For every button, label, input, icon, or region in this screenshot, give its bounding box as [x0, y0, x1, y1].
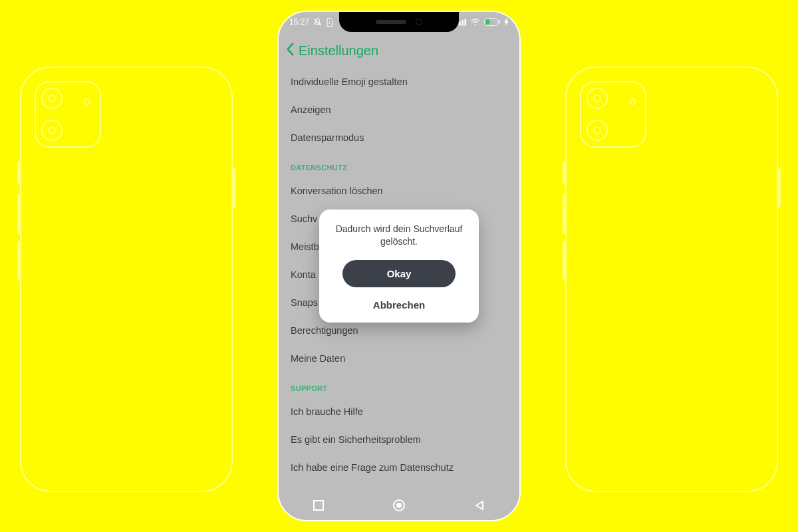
cancel-button[interactable]: Abbrechen [331, 295, 467, 312]
decorative-phone-left [20, 66, 233, 492]
settings-screen: Einstellungen Individuelle Emoji gestalt… [279, 12, 519, 520]
confirm-button[interactable]: Okay [342, 260, 456, 287]
confirm-dialog: Dadurch wird dein Suchverlauf gelöscht. … [319, 209, 479, 323]
dialog-scrim: Dadurch wird dein Suchverlauf gelöscht. … [279, 12, 519, 520]
decorative-phone-right [565, 66, 778, 492]
dialog-message: Dadurch wird dein Suchverlauf gelöscht. [331, 223, 467, 248]
